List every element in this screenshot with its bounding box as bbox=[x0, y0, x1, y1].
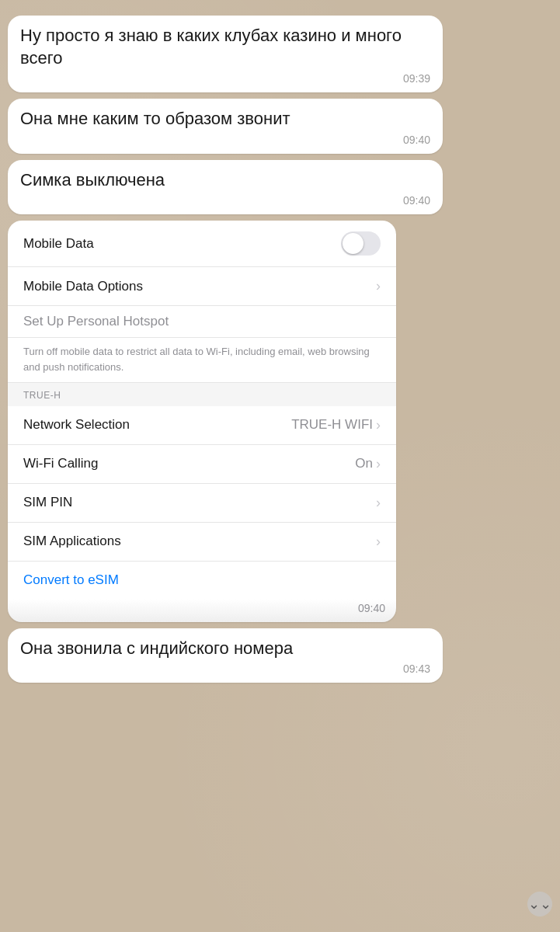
sim-pin-row[interactable]: SIM PIN › bbox=[8, 484, 396, 523]
scroll-indicator[interactable]: ⌄⌄ bbox=[527, 892, 552, 916]
mobile-data-row[interactable]: Mobile Data bbox=[8, 221, 396, 267]
network-selection-value: TRUE-H WIFI › bbox=[291, 417, 381, 433]
message-bubble-1: Ну просто я знаю в каких клубах казино и… bbox=[8, 16, 443, 92]
wifi-calling-row[interactable]: Wi-Fi Calling On › bbox=[8, 445, 396, 484]
wifi-calling-label: Wi-Fi Calling bbox=[23, 456, 98, 471]
mobile-data-options-value: › bbox=[376, 278, 381, 294]
sim-applications-label: SIM Applications bbox=[23, 534, 121, 549]
convert-esim-row[interactable]: Convert to eSIM bbox=[8, 562, 396, 599]
message-bubble-2: Она мне каким то образом звонит 09:40 bbox=[8, 99, 443, 154]
settings-content: Mobile Data Mobile Data Options › Set Up… bbox=[8, 221, 396, 598]
message-time-3: 09:40 bbox=[20, 194, 430, 207]
network-selection-row[interactable]: Network Selection TRUE-H WIFI › bbox=[8, 406, 396, 445]
personal-hotspot-row: Set Up Personal Hotspot bbox=[8, 306, 396, 338]
wifi-calling-value: On › bbox=[355, 456, 381, 472]
message-time-2: 09:40 bbox=[20, 134, 430, 146]
mobile-data-toggle[interactable] bbox=[341, 231, 381, 256]
toggle-knob bbox=[343, 233, 363, 254]
last-message-time: 09:43 bbox=[20, 662, 430, 675]
network-selection-label: Network Selection bbox=[23, 417, 130, 433]
settings-card: Mobile Data Mobile Data Options › Set Up… bbox=[8, 221, 396, 621]
last-message-bubble: Она звонила с индийского номера 09:43 bbox=[8, 628, 443, 683]
wifi-calling-value-text: On bbox=[355, 456, 373, 471]
sim-pin-label: SIM PIN bbox=[23, 495, 72, 510]
sim-applications-value: › bbox=[376, 534, 381, 550]
last-message-text: Она звонила с индийского номера bbox=[20, 638, 430, 660]
mobile-data-options-chevron: › bbox=[376, 278, 381, 294]
settings-card-time: 09:40 bbox=[358, 602, 385, 614]
message-text-2: Она мне каким то образом звонит bbox=[20, 108, 430, 130]
chat-container: Ну просто я знаю в каких клубах казино и… bbox=[8, 16, 552, 683]
message-text-3: Симка выключена bbox=[20, 169, 430, 192]
settings-card-time-row: 09:40 bbox=[8, 599, 396, 622]
section-header-text: TRUE-H bbox=[23, 390, 61, 401]
network-selection-value-text: TRUE-H WIFI bbox=[291, 417, 373, 433]
mobile-data-options-label: Mobile Data Options bbox=[23, 279, 143, 294]
personal-hotspot-label: Set Up Personal Hotspot bbox=[23, 314, 169, 329]
sim-pin-chevron: › bbox=[376, 495, 381, 511]
message-text-1: Ну просто я знаю в каких клубах казино и… bbox=[20, 25, 430, 69]
scroll-down-icon: ⌄⌄ bbox=[528, 895, 551, 913]
message-time-1: 09:39 bbox=[20, 72, 430, 85]
section-header-row: TRUE-H bbox=[8, 383, 396, 406]
info-text: Turn off mobile data to restrict all dat… bbox=[23, 346, 370, 372]
info-text-row: Turn off mobile data to restrict all dat… bbox=[8, 338, 396, 382]
sim-applications-row[interactable]: SIM Applications › bbox=[8, 523, 396, 562]
message-bubble-3: Симка выключена 09:40 bbox=[8, 160, 443, 215]
mobile-data-label: Mobile Data bbox=[23, 236, 94, 252]
settings-card-wrapper: Mobile Data Mobile Data Options › Set Up… bbox=[8, 221, 552, 621]
convert-esim-label: Convert to eSIM bbox=[23, 572, 119, 587]
sim-applications-chevron: › bbox=[376, 534, 381, 550]
mobile-data-options-row[interactable]: Mobile Data Options › bbox=[8, 267, 396, 306]
network-selection-chevron: › bbox=[376, 417, 381, 433]
sim-pin-value: › bbox=[376, 495, 381, 511]
wifi-calling-chevron: › bbox=[376, 456, 381, 472]
